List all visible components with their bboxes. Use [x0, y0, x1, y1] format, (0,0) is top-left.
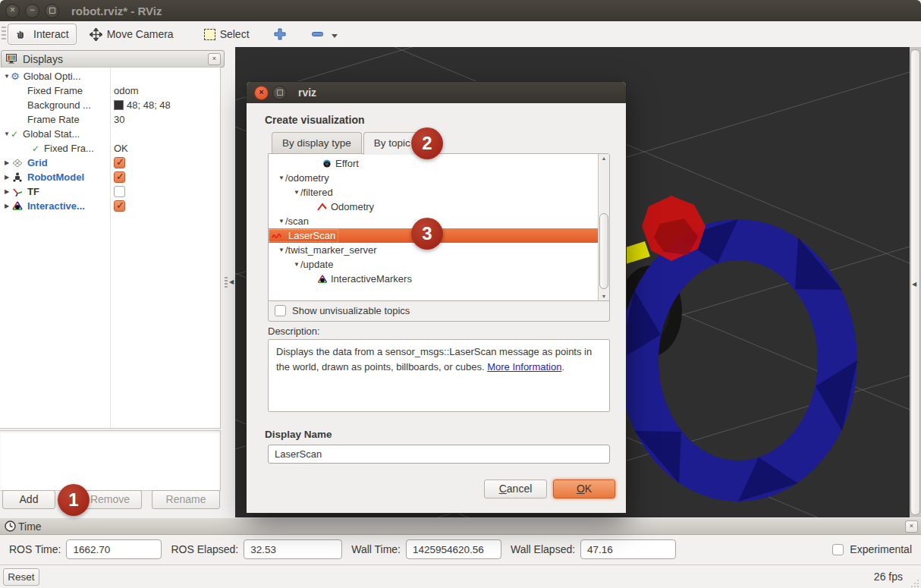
experimental-checkbox[interactable] — [832, 544, 844, 555]
ros-time-input[interactable] — [66, 539, 162, 559]
time-panel: Time × ROS Time: ROS Elapsed: Wall Time:… — [0, 517, 921, 564]
annotation-step-3: 3 — [411, 218, 443, 250]
rename-display-button[interactable]: Rename — [152, 490, 220, 509]
right-splitter-collapse-arrow-icon[interactable]: ◀ — [912, 281, 916, 288]
expander-open-icon[interactable]: ▼ — [278, 218, 285, 225]
odometry-icon — [317, 203, 328, 212]
displays-panel-header[interactable]: Displays × — [1, 50, 225, 68]
expander-open-icon[interactable]: ▼ — [293, 189, 300, 196]
minus-icon — [312, 32, 323, 36]
tab-by-display-type[interactable]: By display type — [272, 132, 362, 153]
dialog-maximize-button[interactable] — [272, 86, 287, 100]
interact-tool-button[interactable]: Interact — [8, 24, 77, 45]
effort-icon — [322, 159, 332, 168]
topic-row-filtered-group[interactable]: ▼/filtered — [269, 185, 598, 200]
expander-closed-icon[interactable]: ▶ — [3, 203, 11, 209]
move-camera-icon — [90, 28, 102, 41]
topic-row-effort[interactable]: Effort — [269, 156, 598, 171]
monitor-icon — [6, 54, 17, 64]
time-panel-close-button[interactable]: × — [905, 520, 918, 533]
window-title: robot.rviz* - RViz — [71, 5, 162, 17]
annotation-step-1: 1 — [58, 484, 90, 516]
select-box-icon — [204, 29, 215, 40]
displays-panel-title: Displays — [23, 53, 63, 65]
tree-row-fixed-frame[interactable]: Fixed Frame odom — [0, 83, 220, 98]
window-close-button[interactable]: × — [5, 4, 20, 18]
topic-row-interactive-markers[interactable]: InteractiveMarkers — [269, 272, 598, 286]
remove-tool-button[interactable] — [305, 24, 344, 44]
splitter-collapse-arrow-icon[interactable]: ◀ — [229, 278, 234, 285]
wall-time-input[interactable] — [406, 539, 501, 559]
interactive-markers-enabled-checkbox[interactable] — [114, 200, 125, 212]
tree-row-global-status[interactable]: ▼ ✓ Global Stat... — [0, 127, 220, 141]
panel-splitter-left[interactable]: ◀ — [224, 47, 235, 517]
dialog-tabs: By display type By topic — [272, 132, 423, 155]
displays-tree: ▼ ⚙ Global Opti... Fixed Frame odom Back… — [0, 67, 221, 429]
expander-closed-icon[interactable]: ▶ — [3, 188, 11, 195]
tree-row-interactive-markers[interactable]: ▶ Interactive... — [0, 199, 220, 213]
row-value[interactable]: 30 — [114, 114, 124, 125]
row-value[interactable]: odom — [114, 85, 139, 96]
window-maximize-button[interactable] — [45, 4, 59, 18]
toolbar-drag-handle[interactable] — [2, 27, 6, 42]
expander-closed-icon[interactable]: ▶ — [3, 174, 11, 181]
reset-button[interactable]: Reset — [3, 568, 39, 586]
wall-elapsed-label: Wall Elapsed: — [511, 543, 575, 555]
tree-row-tf[interactable]: ▶ TF — [0, 184, 220, 199]
resize-grip[interactable] — [911, 579, 919, 587]
tree-row-robotmodel[interactable]: ▶ RobotModel — [0, 170, 220, 184]
interactive-markers-icon — [317, 275, 328, 284]
expander-open-icon[interactable]: ▼ — [293, 261, 300, 268]
status-ok-check-icon: ✓ — [32, 143, 39, 154]
expander-open-icon[interactable]: ▼ — [3, 73, 11, 80]
ros-elapsed-input[interactable] — [244, 539, 342, 559]
add-tool-button[interactable] — [267, 24, 293, 44]
tree-row-global-options[interactable]: ▼ ⚙ Global Opti... — [0, 69, 220, 83]
topic-row-odometry-group[interactable]: ▼/odometry — [269, 171, 598, 185]
dialog-titlebar[interactable]: × rviz — [247, 82, 626, 103]
displays-panel-close-button[interactable]: × — [208, 53, 221, 65]
row-value: 48; 48; 48 — [127, 99, 171, 111]
tree-row-grid[interactable]: ▶ Grid — [0, 156, 220, 170]
tree-row-fixed-frame-status[interactable]: ✓ Fixed Fra... OK — [0, 141, 220, 156]
more-information-link[interactable]: More Information — [487, 361, 561, 373]
ok-button[interactable]: OK — [553, 480, 615, 498]
cancel-button[interactable]: Cancel — [484, 480, 547, 498]
expander-open-icon[interactable]: ▼ — [278, 247, 285, 253]
dialog-heading: Create visualization — [265, 114, 365, 126]
tf-enabled-checkbox[interactable] — [114, 186, 125, 197]
move-camera-tool-button[interactable]: Move Camera — [83, 24, 181, 44]
expander-open-icon[interactable]: ▼ — [3, 130, 11, 137]
topic-row-update-group[interactable]: ▼/update — [269, 257, 598, 272]
robot-model-icon — [12, 172, 23, 182]
description-box: Displays the data from a sensor_msgs::La… — [268, 339, 610, 412]
window-minimize-button[interactable]: − — [25, 4, 39, 18]
scroll-down-arrow-icon[interactable]: ▼ — [599, 294, 609, 299]
robotmodel-enabled-checkbox[interactable] — [114, 171, 125, 183]
topic-tree-scrollbar[interactable]: ▲ ▼ — [598, 154, 609, 300]
wall-elapsed-input[interactable] — [580, 539, 676, 559]
wall-time-label: Wall Time: — [351, 543, 401, 555]
remove-button-label: Remove — [90, 493, 130, 505]
select-tool-button[interactable]: Select — [197, 24, 256, 44]
grid-enabled-checkbox[interactable] — [114, 157, 125, 168]
display-name-input[interactable] — [268, 445, 610, 464]
row-label: Fixed Fra... — [44, 143, 94, 154]
color-swatch — [114, 100, 124, 110]
add-display-button[interactable]: Add — [2, 490, 55, 509]
tree-row-background-color[interactable]: Background ... 48; 48; 48 — [0, 98, 220, 112]
tree-row-frame-rate[interactable]: Frame Rate 30 — [0, 112, 220, 127]
expander-closed-icon[interactable]: ▶ — [3, 159, 11, 166]
scroll-up-arrow-icon[interactable]: ▲ — [599, 156, 609, 161]
scrollbar-thumb[interactable] — [599, 213, 608, 289]
show-unvisualizable-checkbox[interactable] — [275, 305, 286, 316]
dialog-close-button[interactable]: × — [254, 86, 269, 100]
topic-label: /twist_marker_server — [285, 244, 377, 256]
time-panel-header[interactable]: Time × — [0, 518, 921, 535]
dialog-title: rviz — [298, 86, 316, 99]
row-label: Interactive... — [27, 200, 85, 212]
time-fields: ROS Time: ROS Elapsed: Wall Time: Wall E… — [0, 534, 921, 564]
topic-row-odometry[interactable]: Odometry — [269, 200, 598, 214]
expander-open-icon[interactable]: ▼ — [278, 175, 285, 181]
tool-dropdown-caret-icon[interactable] — [332, 34, 338, 38]
